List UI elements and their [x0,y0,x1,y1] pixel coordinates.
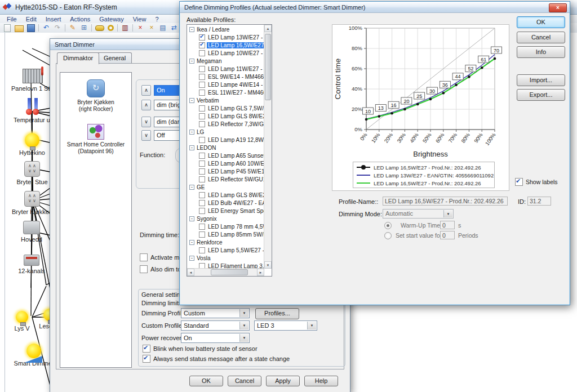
vertical-scroll-thumb[interactable] [265,34,271,100]
profile-checkbox[interactable] [199,161,205,167]
profile-checkbox[interactable] [199,105,205,112]
profile-label[interactable]: LED Lamp A65 Sunset 10W/E27 - EAN/GTIN: [207,153,264,159]
profile-label[interactable]: ESL 11W/E27 - MM46012 [207,90,264,96]
profile-checkbox[interactable] [199,153,205,159]
collapse-expander-icon[interactable]: - [189,145,194,150]
device-bryter-stue[interactable]: Bryter Stue [12,161,52,185]
spin-down-button[interactable]: ∨ [141,117,151,127]
also-dim-checkbox[interactable] [140,265,148,273]
channels-icon[interactable]: ▥ [120,24,130,32]
device-bryter-kj-kken[interactable]: Bryter Kjøkken [10,191,54,215]
device-lys-v[interactable]: Lys V [8,311,36,332]
dimming-profile-combo[interactable]: Custom▼ [181,308,250,318]
scroll-down-icon[interactable]: ▼ [264,261,272,269]
profile-label[interactable]: LED Lamp 16,5W/E27 - Prod.Nr.: 202.492.2… [207,42,264,48]
new-file-icon[interactable] [4,24,11,32]
tab-dimmaktor[interactable]: Dimmaktor [57,52,99,64]
collapse-expander-icon[interactable]: - [189,256,194,261]
menu-?[interactable]: ? [150,16,163,23]
profile-label[interactable]: LED Bulb 4W/E27 - EAN: [207,200,264,206]
profile-label[interactable]: LED Lampe 4W/E14 - EAN/GTIN: 402085621 [207,82,264,88]
profile-checkbox[interactable] [199,176,205,182]
tree-item-row[interactable]: LED Lamp GLS 8W/E27 - EAN/GTIN: 002394 [188,112,264,120]
profile-checkbox[interactable] [199,74,205,80]
tree-item-row[interactable]: LED Lamp A60 10W/E27 - EAN/GTIN: 90094 [188,159,264,167]
profile-label[interactable]: LED Lamp 11W/E27 - EAN/GTIN: 402085600 [207,66,264,72]
open-folder-icon[interactable] [15,25,24,32]
tree-item-row[interactable]: ESL 11W/E27 - MM46012 [188,88,264,96]
tree-item-row[interactable]: LED Energy Smart Spot 5W/GU10 - EAN/GTIN [188,207,264,215]
tab-general[interactable]: General [97,52,132,63]
profile-label[interactable]: LED Lamp P45 5W/E14 - EAN/GTIN: 912004 [207,168,264,175]
tree-vertical-scrollbar[interactable]: ▲ ▼ [264,25,272,269]
status-message-checkbox-row[interactable]: Always send status message after a state… [143,355,290,363]
horizontal-scroll-thumb[interactable] [211,269,248,275]
collapse-expander-icon[interactable]: - [189,216,194,221]
profile-checkbox[interactable] [199,82,205,88]
custom-profile-combo[interactable]: Standard▼ [181,320,250,331]
spin-down-button[interactable]: ∨ [141,130,151,141]
tree-item-row[interactable]: LED Lamp GLS 7,5W/E27 - EAN/GTIN: 02394 [188,104,264,112]
profile-label[interactable]: LED Reflector 5W/GU10 - EAN/GTIN: 900945 [207,176,264,182]
warm-up-field[interactable]: 0 [440,221,455,229]
collapse-expander-icon[interactable]: - [189,27,194,32]
spin-up-button[interactable]: ∧ [141,100,151,110]
profile-name-field[interactable]: LED Lamp 16,5W/E27 - Prod.Nr.: 202.492.2… [383,197,508,206]
profile-label[interactable]: LED Lamp 85mm 5W/E14 - EAN/GTIN: 40514 [207,231,264,238]
profile-checkbox[interactable] [199,231,205,238]
tree-item-row[interactable]: LED Lamp 11W/E27 - EAN/GTIN: 402085600 [188,65,264,73]
menu-view[interactable]: View [128,16,151,23]
tree-item-row[interactable]: LED Lamp A65 Sunset 10W/E27 - EAN/GTIN: [188,152,264,159]
linked-controller[interactable]: Smart Home Controller (Datapoint 96) [60,124,131,155]
linked-sensor[interactable]: ↻ Bryter Kjøkken (right Rocker) [60,79,131,113]
transfer-icon[interactable]: ⇄ [169,24,179,32]
collapse-expander-icon[interactable]: - [189,59,194,64]
profile-checkbox[interactable] [199,42,205,48]
collapse-expander-icon[interactable]: - [189,240,194,245]
menu-file[interactable]: File [2,16,21,23]
id-field[interactable]: 31.2 [527,197,551,206]
profile-checkbox[interactable] [199,224,205,230]
activate-memory-checkbox[interactable] [140,253,148,261]
close-icon[interactable]: × [549,3,567,12]
info-button[interactable]: Info [517,46,565,58]
tree-item-row[interactable]: LED Lamp A19 12,8W/E27 - EAN/GTIN: 8806 [188,136,264,144]
tree-item-row[interactable]: ESL 9W/E14 - MM46602 [188,73,264,81]
notes-icon[interactable]: ▤ [158,24,168,32]
tree-item-row[interactable]: LED Lamp 5,5W/E27 - EAN/GTIN: 40161388 [188,246,264,254]
ok-button[interactable]: OK [189,376,223,386]
help-button[interactable]: Help [304,376,338,386]
apply-button[interactable]: Apply [266,376,300,386]
tree-item-row[interactable]: LED Lamp 10W/E27 - Prod.Nr.: 602.553.62 [188,49,264,57]
profile-label[interactable]: LED Lamp 5,5W/E27 - EAN/GTIN: 40161388 [207,247,264,253]
profile-checkbox[interactable] [199,168,205,175]
scroll-left-icon[interactable]: ◄ [187,269,194,276]
collapse-expander-icon[interactable]: - [189,98,194,103]
profile-label[interactable]: LED Lamp 13W/E27 - EAN/GTIN: 405566901 [207,34,264,41]
tree-item-row[interactable]: LED Bulb 4W/E27 - EAN: [188,199,264,207]
redo-icon[interactable]: ↷ [52,24,63,32]
tree-item-row[interactable]: LED Lamp GLS 8W/E27/2700K/470lm - EAN/ [188,191,264,199]
profile-label[interactable]: LED Lamp A19 12,8W/E27 - EAN/GTIN: 8806 [207,137,264,143]
spin-up-button[interactable]: ∧ [141,85,151,96]
set-start-radio[interactable] [384,232,392,239]
collapse-expander-icon[interactable]: - [189,185,194,190]
tree-item-row[interactable]: LED Lampe 4W/E14 - EAN/GTIN: 402085621 [188,81,264,88]
profile-checkbox[interactable] [199,247,205,253]
scroll-up-icon[interactable]: ▲ [264,25,272,32]
device-12-kanals[interactable]: 12-kanals [11,255,52,274]
show-labels-checkbox[interactable] [515,178,523,186]
tree-item-row[interactable]: LED Reflector 7,3W/GU10 - EAN/GTIN: 0239 [188,120,264,128]
warm-up-radio[interactable] [384,222,392,229]
profile-checkbox[interactable] [199,34,205,41]
dimming-mode-combo[interactable]: Automatic▼ [383,209,454,219]
tree-item-row[interactable]: LED Lamp 85mm 5W/E14 - EAN/GTIN: 40514 [188,230,264,238]
tree-horizontal-scrollbar[interactable]: ◄ ► [187,268,264,276]
menu-insert[interactable]: Insert [41,16,66,23]
profiles-dialog-titlebar[interactable]: Define Dimming Profiles (Actual selected… [180,2,570,13]
tree-item-row[interactable]: LED Reflector 5W/GU10 - EAN/GTIN: 900945 [188,175,264,183]
tree-item-row[interactable]: LED Lamp 78 mm 4,5W/E27 - EAN/GTIN: 405 [188,222,264,230]
scroll-right-icon[interactable]: ► [257,269,264,276]
profile-checkbox[interactable] [199,137,205,143]
collapse-expander-icon[interactable]: - [189,130,194,135]
